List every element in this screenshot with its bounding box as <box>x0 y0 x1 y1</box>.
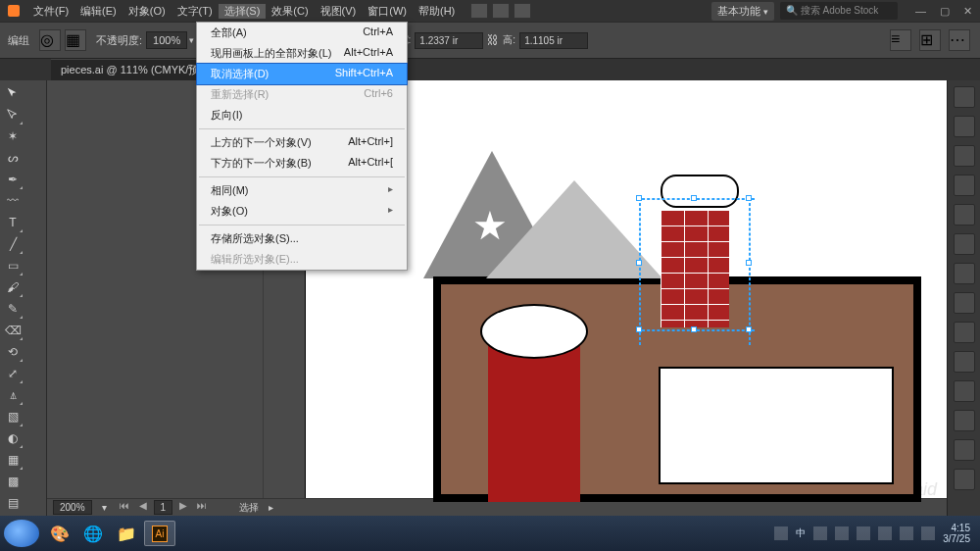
window-max-icon[interactable]: ▢ <box>940 5 950 18</box>
tray-settings-icon[interactable] <box>813 526 827 540</box>
shaper-tool-icon[interactable]: ✎ <box>3 299 23 319</box>
menu-item[interactable]: 全部(A)Ctrl+A <box>197 23 407 43</box>
gradient-tool-icon[interactable]: ▤ <box>3 493 23 513</box>
brushes-panel-icon[interactable] <box>954 204 975 225</box>
rectangle-tool-icon[interactable]: ▭ <box>3 256 23 276</box>
edit-contents-icon[interactable]: ▦ <box>65 29 86 51</box>
window-close-icon[interactable]: ✕ <box>963 5 972 18</box>
menu-file[interactable]: 文件(F) <box>27 4 74 19</box>
menu-item[interactable]: 现用画板上的全部对象(L)Alt+Ctrl+A <box>197 43 407 64</box>
menu-item[interactable]: 对象(O) <box>197 201 407 222</box>
selection-handle[interactable] <box>691 195 697 201</box>
menu-item[interactable]: 存储所选对象(S)... <box>197 228 407 249</box>
menu-window[interactable]: 窗口(W) <box>362 4 413 19</box>
menu-item[interactable]: 相同(M) <box>197 180 407 201</box>
menu-object[interactable]: 对象(O) <box>122 4 172 19</box>
appearance-panel-icon[interactable] <box>954 351 975 373</box>
selection-handle[interactable] <box>636 326 642 332</box>
arrange-icon[interactable] <box>514 3 531 19</box>
selection-tool-icon[interactable] <box>3 83 23 103</box>
stroke-panel-icon[interactable] <box>954 263 975 284</box>
color-panel-icon[interactable] <box>954 145 975 167</box>
graphic-styles-panel-icon[interactable] <box>954 380 975 402</box>
asset-export-panel-icon[interactable] <box>954 439 975 461</box>
menu-edit[interactable]: 编辑(E) <box>74 4 122 19</box>
gradient-panel-icon[interactable] <box>954 292 975 314</box>
artboards-panel-icon[interactable] <box>954 469 975 490</box>
swatches-panel-icon[interactable] <box>954 175 975 196</box>
line-tool-icon[interactable]: ╱ <box>3 234 23 254</box>
h-input[interactable]: 1.1105 ir <box>519 32 588 49</box>
status-dropdown-icon[interactable]: ▸ <box>269 502 273 513</box>
tray-clock[interactable]: 4:15 3/7/25 <box>943 523 970 544</box>
artboard-index-input[interactable]: 1 <box>154 500 173 515</box>
opacity-input[interactable]: 100% <box>146 31 187 49</box>
pen-tool-icon[interactable]: ✒ <box>3 170 23 189</box>
nav-last-icon[interactable]: ⏭ <box>194 500 210 515</box>
link-wh-icon[interactable]: ⛓ <box>487 33 499 47</box>
selection-handle[interactable] <box>691 326 697 332</box>
properties-panel-icon[interactable] <box>954 86 975 108</box>
menu-item[interactable]: 下方的下一个对象(B)Alt+Ctrl+[ <box>197 153 407 174</box>
selection-handle[interactable] <box>636 260 642 266</box>
perspective-grid-icon[interactable]: ▦ <box>3 450 23 470</box>
menu-help[interactable]: 帮助(H) <box>413 4 461 19</box>
transform-panel-icon[interactable]: ⊞ <box>919 29 941 51</box>
taskbar-illustrator-icon[interactable]: Ai <box>144 521 175 546</box>
opacity-dropdown-icon[interactable]: ▾ <box>189 35 194 45</box>
artwork-brick-chimney[interactable] <box>661 210 729 327</box>
libraries-panel-icon[interactable] <box>954 116 975 137</box>
tray-ime-label[interactable]: 中 <box>796 526 806 540</box>
eraser-tool-icon[interactable]: ⌫ <box>3 321 23 340</box>
nav-first-icon[interactable]: ⏮ <box>117 500 132 515</box>
w-input[interactable]: 1.2337 ir <box>415 32 483 49</box>
menu-select[interactable]: 选择(S) <box>219 4 267 19</box>
bridge-icon[interactable] <box>470 3 488 19</box>
selection-handle[interactable] <box>746 326 752 332</box>
menu-effect[interactable]: 效果(C) <box>266 4 314 19</box>
start-button-icon[interactable] <box>4 520 39 547</box>
taskbar-browser-icon[interactable]: 🌐 <box>77 521 109 546</box>
more-options-icon[interactable]: ⋯ <box>949 29 970 51</box>
zoom-input[interactable]: 200% <box>53 500 92 515</box>
menu-type[interactable]: 文字(T) <box>172 4 219 19</box>
tray-flag-icon[interactable] <box>878 526 892 540</box>
menu-item[interactable]: 取消选择(D)Shift+Ctrl+A <box>197 64 407 84</box>
brush-tool-icon[interactable]: 🖌 <box>3 277 23 297</box>
layers-panel-icon[interactable] <box>954 410 975 431</box>
canvas[interactable]: ★ <box>47 80 947 516</box>
stock-icon[interactable] <box>492 3 510 19</box>
rotate-tool-icon[interactable]: ⟲ <box>3 342 23 362</box>
selection-handle[interactable] <box>746 260 752 266</box>
shape-builder-icon[interactable]: ◐ <box>3 428 23 448</box>
nav-next-icon[interactable]: ▶ <box>176 500 190 515</box>
magic-wand-tool-icon[interactable]: ✶ <box>3 126 23 146</box>
tray-battery-icon[interactable] <box>900 526 913 540</box>
tray-network-icon[interactable] <box>857 526 870 540</box>
tray-shield-icon[interactable] <box>835 526 849 540</box>
stock-search-input[interactable]: 🔍 搜索 Adobe Stock <box>780 2 898 20</box>
selection-handle[interactable] <box>636 195 642 201</box>
menu-view[interactable]: 视图(V) <box>315 4 363 19</box>
symbols-panel-icon[interactable] <box>954 233 975 255</box>
taskbar-explorer-icon[interactable]: 📁 <box>111 521 142 546</box>
type-tool-icon[interactable]: T <box>3 213 23 232</box>
tray-volume-icon[interactable] <box>921 526 935 540</box>
width-tool-icon[interactable]: ⍋ <box>3 385 23 405</box>
transparency-panel-icon[interactable] <box>954 322 975 343</box>
menu-item[interactable]: 上方的下一个对象(V)Alt+Ctrl+] <box>197 132 407 153</box>
selection-handle[interactable] <box>746 195 752 201</box>
mesh-tool-icon[interactable]: ▩ <box>3 472 23 491</box>
workspace-switcher[interactable]: 基本功能 ▾ <box>711 2 774 21</box>
scale-tool-icon[interactable]: ⤢ <box>3 364 23 383</box>
menu-item[interactable]: 反向(I) <box>197 105 407 125</box>
zoom-dropdown-icon[interactable]: ▾ <box>102 502 107 513</box>
taskbar-paint-icon[interactable]: 🎨 <box>44 521 75 546</box>
free-transform-icon[interactable]: ▧ <box>3 407 23 426</box>
nav-prev-icon[interactable]: ◀ <box>136 500 150 515</box>
tray-notification-icon[interactable] <box>774 526 788 540</box>
lasso-tool-icon[interactable]: ᔕ <box>3 148 23 168</box>
direct-selection-tool-icon[interactable] <box>3 105 23 125</box>
curvature-tool-icon[interactable]: 〰 <box>3 191 23 211</box>
window-min-icon[interactable]: — <box>915 5 926 18</box>
